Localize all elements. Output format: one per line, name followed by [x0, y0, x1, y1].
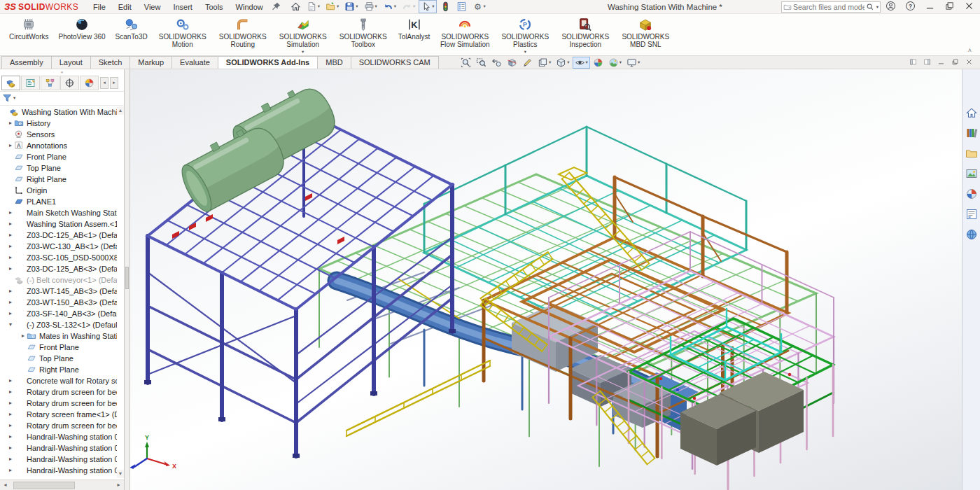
zoom-area-button[interactable] — [474, 57, 489, 69]
addin-circuitworks[interactable]: CircuitWorks — [4, 15, 53, 46]
expand-arrow-icon[interactable]: ▸ — [7, 286, 14, 297]
panel-tabs-scroll-left[interactable]: ◂ — [100, 77, 108, 89]
doc-close-icon[interactable] — [965, 58, 973, 66]
addin-scanto3d[interactable]: ScanTo3D — [111, 15, 153, 46]
search-icon[interactable] — [866, 3, 874, 11]
view-orientation-button[interactable]: ▾ — [554, 57, 571, 69]
dropdown-caret-icon[interactable]: ▾ — [337, 4, 339, 9]
menu-tools[interactable]: Tools — [199, 1, 230, 13]
dropdown-caret-icon[interactable]: ▾ — [549, 60, 551, 65]
addin-solidworks-toolbox[interactable]: SOLIDWORKS Toolbox — [333, 15, 393, 54]
expand-arrow-icon[interactable]: ▸ — [7, 241, 14, 252]
expand-arrow-icon[interactable]: ▸ — [7, 263, 14, 274]
tree-horizontal-scrollbar[interactable]: ◂ ▸ — [0, 479, 124, 490]
file-explorer-button[interactable] — [965, 146, 979, 160]
pane-right-icon[interactable] — [923, 58, 931, 66]
dropdown-caret-icon[interactable]: ▾ — [413, 4, 415, 9]
expand-arrow-icon[interactable]: ▸ — [7, 218, 14, 230]
tree-item[interactable]: PLANE1 — [0, 196, 117, 207]
tab-solidworks-add-ins[interactable]: SOLIDWORKS Add-Ins — [218, 56, 318, 69]
tree-item[interactable]: ▸Rotary drum screen for beet wash — [0, 398, 117, 409]
menu-window[interactable]: Window — [230, 1, 270, 13]
tab-evaluate[interactable]: Evaluate — [172, 56, 218, 69]
tree-scroll-down[interactable]: ▼ — [117, 470, 124, 478]
tree-item[interactable]: ▸Handrail-Washing station 01<6> — [0, 454, 117, 465]
tree-root-item[interactable]: Washing Station With Machine (Defau — [0, 106, 117, 118]
tree-item[interactable]: Right Plane — [0, 364, 117, 375]
user-account-icon[interactable] — [886, 1, 896, 11]
tab-mbd[interactable]: MBD — [317, 56, 351, 69]
new-document-button[interactable]: ▾ — [304, 0, 322, 13]
view-palette-button[interactable] — [965, 167, 979, 181]
panel-splitter[interactable] — [125, 69, 130, 490]
tree-item[interactable]: Top Plane — [0, 162, 117, 174]
tree-item[interactable]: Top Plane — [0, 353, 117, 364]
3d-model-canvas[interactable]: YXZ — [130, 69, 962, 490]
dropdown-caret-icon[interactable]: ▾ — [318, 4, 320, 9]
tree-item[interactable]: ▸Handrail-Washing station 01<5> — [0, 442, 117, 454]
tree-item[interactable]: ▸Z03-WC-130_AB<1> (Default) << — [0, 241, 117, 252]
doc-restore-icon[interactable] — [951, 58, 959, 66]
close-icon[interactable] — [964, 1, 974, 11]
dropdown-caret-icon[interactable]: ▾ — [524, 49, 526, 54]
dropdown-caret-icon[interactable]: ▾ — [484, 4, 486, 9]
tree-item[interactable]: ▸Concrete wall for Rotary screen d — [0, 375, 117, 386]
search-input[interactable] — [793, 3, 864, 11]
expand-arrow-icon[interactable]: ▸ — [7, 431, 14, 442]
tree-item[interactable]: (-) Belt conveyor<1> (Default) — [0, 274, 117, 286]
tree-item[interactable]: ▸Z03-DC-125_AB<1> (Default) << — [0, 230, 117, 241]
expand-arrow-icon[interactable]: ▸ — [7, 230, 14, 241]
dropdown-caret-icon[interactable]: ▾ — [375, 4, 377, 9]
view-settings-button[interactable]: ▾ — [624, 57, 642, 69]
search-caret-icon[interactable]: ▾ — [876, 5, 878, 10]
tree-item[interactable]: ▸Z03-SC-105_DSD-5000X8000_AB< — [0, 252, 117, 263]
addin-solidworks-mbd-snl[interactable]: SOLIDWORKS MBD SNL — [615, 15, 676, 54]
panel-drag-dot[interactable]: ● — [0, 69, 124, 75]
view-selector-button[interactable]: ▾ — [536, 57, 553, 69]
addin-solidworks-simulation[interactable]: SOLIDWORKS Simulation▾ — [273, 15, 333, 54]
expand-arrow-icon[interactable]: ▸ — [7, 252, 14, 263]
addin-solidworks-inspection[interactable]: SOLIDWORKS Inspection — [555, 15, 615, 54]
help-icon[interactable]: ? — [905, 1, 916, 11]
tree-item[interactable]: ▸History — [0, 118, 117, 129]
filter-caret-icon[interactable]: ▾ — [13, 96, 15, 101]
tab-solidworks-cam[interactable]: SOLIDWORKS CAM — [351, 56, 439, 69]
splitter-grip[interactable] — [125, 267, 129, 289]
tree-item[interactable]: Sensors — [0, 129, 117, 140]
dimxpert-tab[interactable] — [60, 76, 79, 90]
save-button[interactable]: ▾ — [342, 0, 360, 13]
expand-arrow-icon[interactable]: ▸ — [7, 442, 14, 454]
home-button[interactable] — [288, 0, 303, 13]
tree-item[interactable]: Front Plane — [0, 342, 117, 353]
tree-item[interactable]: ▸Main Sketch Washing Station<1> — [0, 207, 117, 218]
dropdown-caret-icon[interactable]: ▾ — [638, 60, 640, 65]
tree-item[interactable]: ▸Z03-WT-150_AB<3> (Default) << — [0, 297, 117, 308]
filter-funnel-icon[interactable] — [2, 93, 13, 104]
annotation-view-button[interactable] — [520, 57, 535, 69]
tree-item[interactable]: ▸Handrail-Washing station 01<4> — [0, 431, 117, 442]
expand-arrow-icon[interactable]: ▸ — [7, 465, 14, 476]
tree-item[interactable]: Right Plane — [0, 174, 117, 185]
file-properties-button[interactable] — [454, 0, 469, 13]
expand-arrow-icon[interactable]: ▾ — [7, 319, 14, 330]
rebuild-button[interactable] — [438, 0, 453, 13]
addin-solidworks-motion[interactable]: SOLIDWORKS Motion — [153, 15, 213, 54]
ribbon-collapse-icon[interactable]: ˄ — [968, 47, 972, 54]
menu-edit[interactable]: Edit — [112, 1, 138, 13]
tree-item[interactable]: ▾(-) Z03-SL-132<1> (Default) < — [0, 319, 117, 330]
hscroll-left-icon[interactable]: ◂ — [0, 480, 10, 490]
redo-button[interactable]: ▾ — [400, 0, 417, 13]
tree-item[interactable]: ▸Rotary drum screen for beet wash — [0, 420, 117, 431]
addin-solidworks-routing[interactable]: SOLIDWORKS Routing — [213, 15, 273, 54]
expand-arrow-icon[interactable]: ▸ — [7, 140, 14, 151]
graphics-viewport[interactable]: YXZ — [130, 69, 962, 490]
tree-scroll-up[interactable]: ▲ — [117, 106, 124, 115]
hscroll-right-icon[interactable]: ▸ — [113, 480, 124, 490]
dropdown-caret-icon[interactable]: ▾ — [432, 4, 434, 9]
custom-properties-button[interactable] — [965, 207, 979, 221]
dropdown-caret-icon[interactable]: ▾ — [356, 4, 358, 9]
expand-arrow-icon[interactable]: ▸ — [7, 420, 14, 431]
maximize-icon[interactable] — [944, 1, 955, 11]
search-box[interactable]: ▾ — [781, 1, 881, 13]
tree-item[interactable]: ▸Handrail-Washing station 01<7> — [0, 465, 117, 476]
